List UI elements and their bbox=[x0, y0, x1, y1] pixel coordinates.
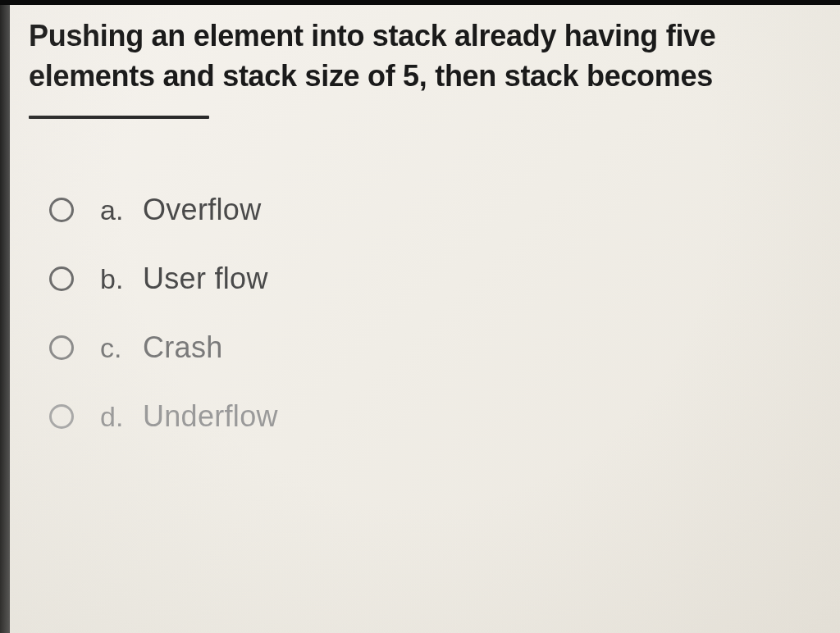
option-b[interactable]: b. User flow bbox=[49, 262, 807, 296]
radio-icon[interactable] bbox=[49, 404, 74, 429]
options-list: a. Overflow b. User flow c. Crash d. Und… bbox=[29, 193, 807, 434]
radio-icon[interactable] bbox=[49, 266, 74, 291]
blank-line bbox=[29, 116, 209, 119]
option-a[interactable]: a. Overflow bbox=[49, 193, 807, 227]
quiz-content: Pushing an element into stack already ha… bbox=[0, 0, 840, 501]
option-letter: d. bbox=[100, 401, 143, 433]
option-d[interactable]: d. Underflow bbox=[49, 399, 807, 434]
option-text: User flow bbox=[143, 262, 268, 296]
option-text: Crash bbox=[143, 330, 223, 365]
option-c[interactable]: c. Crash bbox=[49, 330, 807, 365]
option-text: Overflow bbox=[143, 193, 261, 227]
question-text: Pushing an element into stack already ha… bbox=[29, 16, 807, 96]
option-letter: c. bbox=[100, 332, 143, 364]
radio-icon[interactable] bbox=[49, 198, 74, 222]
radio-icon[interactable] bbox=[49, 335, 74, 360]
option-letter: b. bbox=[100, 263, 143, 295]
option-letter: a. bbox=[100, 194, 143, 226]
option-text: Underflow bbox=[143, 399, 278, 434]
